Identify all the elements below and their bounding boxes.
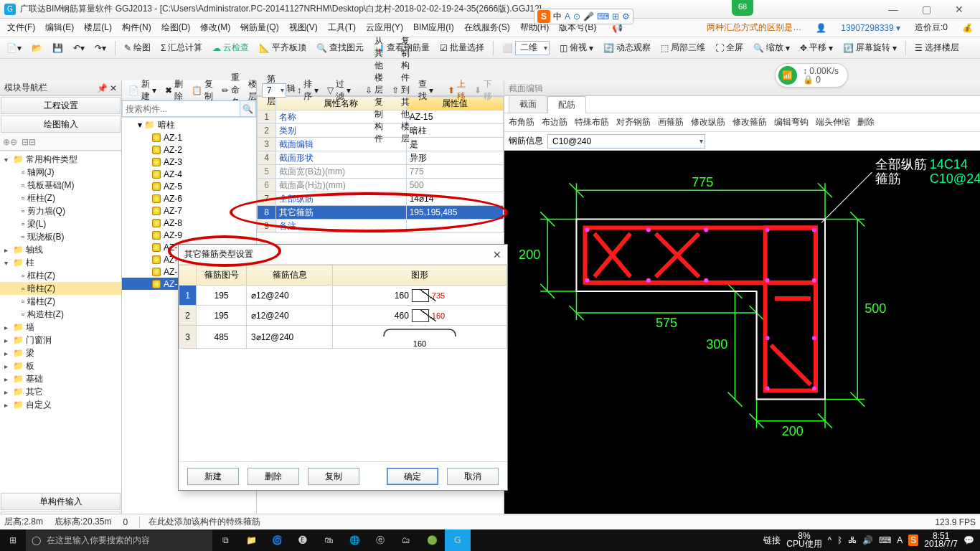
menu-file[interactable]: 文件(F): [3, 19, 39, 36]
ctree-item[interactable]: AZ-2: [122, 143, 256, 156]
ctree-item[interactable]: AZ-9: [122, 229, 256, 241]
ctree-item[interactable]: AZ-8: [122, 217, 256, 229]
nav-item[interactable]: ▫ 框柱(Z): [0, 269, 121, 282]
nav-item[interactable]: ▸📁 自定义: [0, 398, 121, 411]
dialog-titlebar[interactable]: 其它箍筋类型设置 ✕: [179, 245, 507, 265]
redo-button[interactable]: ↷▾: [91, 42, 110, 55]
rebar-tool[interactable]: 布角筋: [509, 116, 534, 128]
rebar-tool[interactable]: 特殊布筋: [575, 116, 609, 128]
ime-punct[interactable]: A: [565, 11, 570, 22]
nav-item[interactable]: ▸📁 门窗洞: [0, 334, 121, 347]
comp-filter-button[interactable]: ▽过滤▾: [324, 77, 354, 104]
app-ggj-icon[interactable]: G: [445, 529, 471, 551]
prop-row[interactable]: 9备注: [258, 220, 504, 233]
rebar-tool[interactable]: 画箍筋: [658, 116, 684, 128]
app-spiral-icon[interactable]: 🌀: [264, 529, 290, 551]
area3d-button[interactable]: ⬚ 局部三维: [657, 40, 709, 55]
prop-row[interactable]: 8其它箍筋195,195,485: [258, 206, 504, 220]
ime-opt1-icon[interactable]: ⊙: [573, 11, 580, 22]
comp-copy-button[interactable]: 📋复制: [188, 77, 217, 104]
nav-item[interactable]: ▫ 暗柱(Z): [0, 282, 121, 295]
draw-button[interactable]: ✎ 绘图: [121, 40, 154, 55]
taskbar-search[interactable]: ◯ 在这里输入你要搜索的内容: [26, 529, 212, 551]
nav-pin-icon[interactable]: 📌 ✕: [97, 83, 117, 93]
app-360-icon[interactable]: 🟢: [419, 529, 445, 551]
tab-rebar[interactable]: 配筋: [547, 96, 586, 113]
ctree-item[interactable]: AZ-6: [122, 192, 256, 204]
nav-item[interactable]: ▫ 框柱(Z): [0, 192, 121, 204]
dialog-close-button[interactable]: ✕: [493, 249, 501, 260]
nav-item[interactable]: ▫ 端柱(Z): [0, 295, 121, 308]
menu-modify[interactable]: 修改(M): [196, 19, 235, 36]
ime-gear-icon[interactable]: ⚙: [622, 11, 630, 22]
search-input[interactable]: [122, 100, 240, 117]
app-files-icon[interactable]: 🗂: [393, 529, 419, 551]
canvas[interactable]: 775 200 500 575 300 200 全部纵筋 14C14 箍筋 C1…: [504, 151, 980, 515]
tab-section[interactable]: 截面: [509, 95, 547, 113]
fullscreen-button[interactable]: ⛶ 全屏: [712, 40, 747, 55]
undo-button[interactable]: ↶▾: [70, 42, 88, 55]
nav-item[interactable]: ▾📁 常用构件类型: [0, 153, 121, 166]
menu-component[interactable]: 构件(N): [118, 19, 156, 36]
rotate-button[interactable]: 🔃 屏幕旋转 ▾: [839, 40, 900, 55]
nav-item[interactable]: ▫ 轴网(J): [0, 166, 121, 179]
rebar-tool[interactable]: 端头伸缩: [816, 116, 850, 128]
dialog-row[interactable]: 1195⌀12@240160 735: [179, 286, 507, 306]
tray-vol-icon[interactable]: 🔊: [862, 535, 873, 545]
ime-apps-icon[interactable]: ⊞: [612, 11, 619, 22]
nav-item[interactable]: ▫ 构造柱(Z): [0, 308, 121, 321]
prop-row[interactable]: 4截面形状异形: [258, 151, 504, 165]
ctree-item[interactable]: AZ-3: [122, 156, 256, 168]
user-dropdown[interactable]: 13907298339 ▾: [837, 21, 905, 35]
nav-section-draw[interactable]: 绘图输入: [1, 116, 121, 133]
comp-floor-combo[interactable]: 第7层: [262, 83, 286, 98]
nav-section-project[interactable]: 工程设置: [1, 97, 121, 114]
dlg-new-button[interactable]: 新建: [187, 468, 239, 485]
rebar-tool[interactable]: 编辑弯钩: [774, 116, 809, 128]
nav-section-single[interactable]: 单构件输入: [1, 493, 121, 510]
comp-copyfrom-button[interactable]: ⇩从其他楼层复制构件: [362, 34, 387, 146]
tray-up-icon[interactable]: ^: [828, 535, 832, 545]
nav-item[interactable]: ▫ 梁(L): [0, 217, 121, 230]
menu-online[interactable]: 在线服务(S): [460, 19, 514, 36]
menu-view[interactable]: 视图(V): [285, 19, 322, 36]
menu-edit[interactable]: 编辑(E): [41, 19, 78, 36]
tray-ime-icon[interactable]: ⌨: [879, 535, 891, 545]
search-button[interactable]: 🔍: [240, 100, 256, 117]
nav-item[interactable]: ▸📁 板: [0, 359, 121, 372]
comp-up-button[interactable]: ⬆上移: [444, 77, 469, 104]
dlg-copy-button[interactable]: 复制: [308, 468, 359, 485]
nav-item[interactable]: ▸📁 轴线: [0, 243, 121, 256]
sum-button[interactable]: Σ 汇总计算: [157, 40, 206, 55]
flattop-button[interactable]: 📐 平齐板顶: [255, 40, 310, 55]
selfloor-button[interactable]: ☰ 选择楼层: [911, 40, 963, 55]
dlg-ok-button[interactable]: 确定: [387, 468, 438, 485]
ctree-root[interactable]: ▾ 📁 暗柱: [122, 119, 256, 131]
ime-kb-icon[interactable]: ⌨: [597, 11, 609, 22]
birdview-button[interactable]: ◫ 俯视 ▾: [556, 40, 597, 55]
rebar-tool[interactable]: 修改纵筋: [691, 116, 725, 128]
app-store-icon[interactable]: 🛍: [316, 529, 341, 551]
ctree-item[interactable]: AZ-1: [122, 131, 256, 143]
view2d-button[interactable]: ⬜ 二维: [499, 39, 553, 57]
tray-s-icon[interactable]: S: [908, 534, 918, 546]
findelem-button[interactable]: 🔍 查找图元: [313, 40, 367, 55]
zoom-button[interactable]: 🔍 缩放 ▾: [750, 40, 793, 55]
nav-tree[interactable]: ▾📁 常用构件类型▫ 轴网(J)▫ 筏板基础(M)▫ 框柱(Z)▫ 剪力墙(Q)…: [0, 151, 121, 492]
dialog-row[interactable]: 34853⌀12@240160: [179, 326, 507, 349]
nav-item[interactable]: ▸📁 其它: [0, 385, 121, 398]
comp-search-button[interactable]: 查找▾: [415, 77, 437, 104]
taskview-icon[interactable]: ⧉: [212, 529, 238, 551]
menu-floor[interactable]: 楼层(L): [80, 19, 116, 36]
green-badge[interactable]: 68: [732, 0, 753, 16]
comp-sort-button[interactable]: ↕排序▾: [293, 77, 322, 104]
rebar-tool[interactable]: 修改箍筋: [732, 116, 767, 128]
ime-lang[interactable]: 中: [553, 11, 562, 23]
ctree-item[interactable]: AZ-4: [122, 168, 256, 180]
start-button[interactable]: ⊞: [0, 529, 26, 551]
comp-del-button[interactable]: ✖删除: [161, 77, 187, 104]
app-edge-icon[interactable]: 🅔: [290, 529, 316, 551]
ctree-item[interactable]: AZ-7: [122, 204, 256, 217]
network-indicator[interactable]: 📶 ↕ 0.00K/s 🔒 0: [775, 63, 848, 88]
open-button[interactable]: 📂: [28, 42, 46, 55]
